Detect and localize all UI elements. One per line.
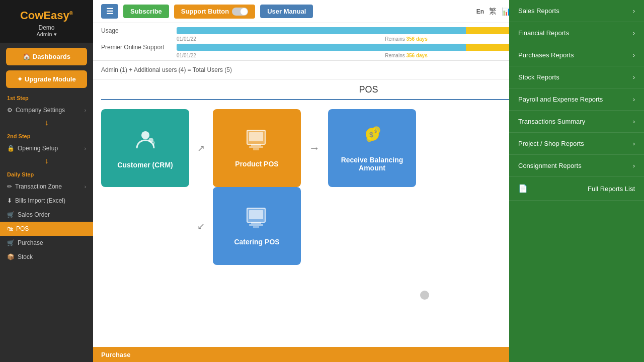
step1-label: 1st Step bbox=[0, 90, 93, 103]
chevron-icon: › bbox=[633, 118, 635, 125]
sidebar-item-sales-order[interactable]: 🛒Sales Order bbox=[0, 208, 93, 222]
report-full-list[interactable]: 📄 Full Reports List bbox=[509, 177, 644, 201]
svg-rect-16 bbox=[253, 226, 259, 228]
svg-rect-15 bbox=[249, 224, 263, 226]
svg-rect-3 bbox=[249, 132, 263, 141]
document-icon: 📄 bbox=[518, 184, 528, 193]
svg-text:$: $ bbox=[374, 129, 377, 134]
report-sales[interactable]: Sales Reports › bbox=[509, 0, 644, 22]
svg-point-0 bbox=[141, 131, 149, 139]
sidebar: CowEasy® Demo Admin ▾ 🏠 Dashboards ✦ Upg… bbox=[0, 0, 93, 362]
support-button[interactable]: Support Button bbox=[174, 5, 255, 19]
svg-point-11 bbox=[367, 137, 372, 142]
arrow-diagonal-in: ↗ bbox=[197, 143, 205, 154]
arrow-diagonal-down: ↙ bbox=[197, 221, 205, 232]
chevron-icon: › bbox=[633, 52, 635, 59]
edit-icon: ✏ bbox=[7, 183, 12, 190]
report-stock[interactable]: Stock Reports › bbox=[509, 66, 644, 88]
lock-icon: 🔒 bbox=[7, 145, 15, 152]
receive-balancing-icon: $ $ bbox=[359, 124, 385, 152]
daily-label: Daily Step bbox=[0, 166, 93, 179]
report-consignment[interactable]: Consignment Reports › bbox=[509, 155, 644, 177]
sidebar-item-pos[interactable]: 🛍POS bbox=[0, 222, 93, 236]
chevron-icon: › bbox=[633, 8, 635, 15]
admin-label[interactable]: Admin ▾ bbox=[7, 31, 86, 38]
svg-rect-5 bbox=[249, 146, 263, 148]
step2-label: 2nd Step bbox=[0, 128, 93, 141]
report-transactions[interactable]: Transactions Summary › bbox=[509, 111, 644, 133]
dashboards-button[interactable]: 🏠 Dashboards bbox=[6, 48, 87, 65]
customer-crm-card[interactable]: Customer (CRM) bbox=[101, 109, 189, 187]
usage-remain: Remains 356 days bbox=[385, 36, 428, 42]
report-project-shop[interactable]: Project / Shop Reports › bbox=[509, 133, 644, 155]
cart-icon: 🛒 bbox=[7, 211, 15, 218]
catering-pos-card[interactable]: Catering POS bbox=[213, 187, 301, 265]
svg-rect-13 bbox=[249, 210, 263, 219]
admin-info-text: Admin (1) + Additional users (4) = Total… bbox=[101, 66, 232, 73]
report-financial[interactable]: Financial Reports › bbox=[509, 22, 644, 44]
support-toggle[interactable] bbox=[232, 8, 248, 16]
pos-icon: 🛍 bbox=[7, 225, 13, 232]
usage-label: Usage bbox=[101, 27, 172, 34]
subscribe-button[interactable]: Subscribe bbox=[123, 5, 169, 18]
cursor bbox=[420, 291, 429, 300]
download-icon: ⬇ bbox=[7, 197, 12, 204]
sidebar-item-bills-import[interactable]: ⬇Bills Import (Excel) bbox=[0, 194, 93, 208]
reports-panel: Sales Reports › Financial Reports › Purc… bbox=[509, 0, 644, 362]
menu-button[interactable]: ☰ bbox=[101, 4, 118, 19]
product-pos-icon bbox=[244, 128, 270, 156]
bottom-nav-label: Purchase bbox=[101, 351, 131, 358]
purchase-icon: 🛒 bbox=[7, 239, 15, 246]
chevron-icon: › bbox=[85, 108, 86, 113]
chevron-icon: › bbox=[85, 146, 86, 151]
product-pos-card[interactable]: Product POS bbox=[213, 109, 301, 187]
catering-pos-icon bbox=[244, 206, 270, 234]
chevron-icon: › bbox=[85, 184, 86, 190]
arrow-right-1: → bbox=[309, 142, 320, 155]
svg-rect-4 bbox=[251, 144, 261, 146]
step-arrow-1: ↓ bbox=[0, 117, 93, 128]
chevron-icon: › bbox=[633, 140, 635, 147]
report-payroll[interactable]: Payroll and Expense Reports › bbox=[509, 88, 644, 111]
sidebar-item-purchase[interactable]: 🛒Purchase bbox=[0, 236, 93, 250]
receive-balancing-card[interactable]: $ $ Receive Balancing Amount bbox=[328, 109, 416, 187]
svg-rect-14 bbox=[251, 222, 261, 224]
svg-rect-6 bbox=[253, 148, 259, 150]
sidebar-item-opening-setup[interactable]: 🔒Opening Setup › bbox=[0, 141, 93, 155]
customer-icon bbox=[133, 127, 158, 157]
manual-button[interactable]: User Manual bbox=[260, 5, 313, 18]
premier-label: Premier Online Support bbox=[101, 44, 172, 51]
receive-balancing-label: Receive Balancing Amount bbox=[328, 156, 416, 172]
chevron-icon: › bbox=[633, 30, 635, 37]
catering-pos-label: Catering POS bbox=[234, 238, 279, 246]
upgrade-button[interactable]: ✦ Upgrade Module bbox=[6, 70, 87, 88]
product-pos-label: Product POS bbox=[235, 160, 278, 168]
chinese-icon[interactable]: 繁 bbox=[489, 7, 497, 16]
svg-point-1 bbox=[148, 138, 153, 143]
premier-remain: Remains 356 days bbox=[385, 53, 428, 58]
sidebar-item-stock[interactable]: 📦Stock bbox=[0, 250, 93, 264]
chevron-icon: › bbox=[633, 96, 635, 103]
chevron-icon: › bbox=[633, 74, 635, 81]
sidebar-item-transaction-zone[interactable]: ✏Transaction Zone › bbox=[0, 179, 93, 194]
report-purchases[interactable]: Purchases Reports › bbox=[509, 44, 644, 66]
step-arrow-2: ↓ bbox=[0, 155, 93, 166]
settings-icon: ⚙ bbox=[7, 107, 13, 114]
stock-icon: 📦 bbox=[7, 253, 15, 260]
customer-crm-label: Customer (CRM) bbox=[117, 161, 173, 169]
language-selector[interactable]: En bbox=[476, 8, 484, 15]
sidebar-item-company-settings[interactable]: ⚙Company Settings › bbox=[0, 103, 93, 117]
demo-label: Demo bbox=[7, 24, 86, 31]
chevron-icon: › bbox=[633, 162, 635, 169]
sidebar-logo: CowEasy® Demo Admin ▾ bbox=[0, 0, 93, 43]
brand-logo: CowEasy® bbox=[7, 9, 86, 22]
